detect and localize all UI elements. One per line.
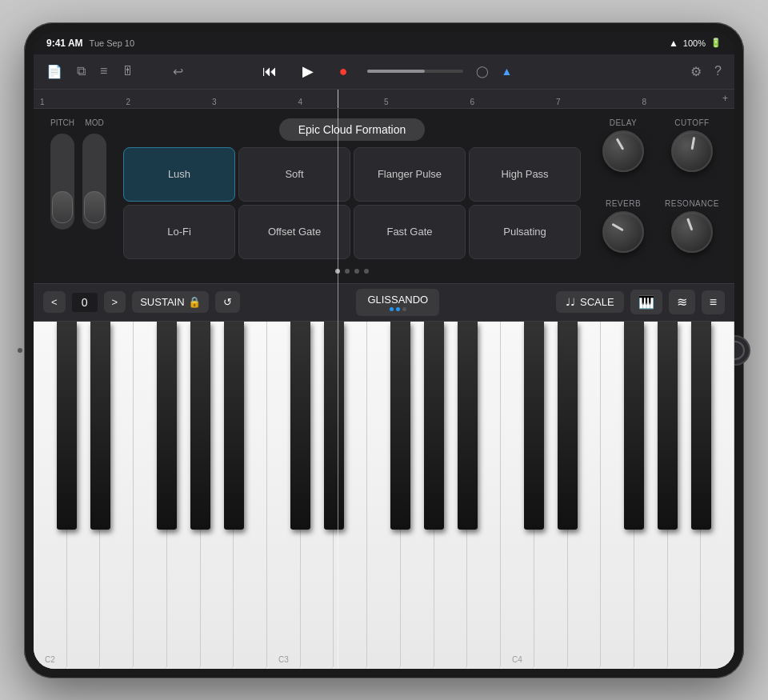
pitch-slider[interactable] bbox=[50, 134, 74, 230]
mod-slider[interactable] bbox=[82, 134, 106, 230]
page-dot-4[interactable] bbox=[364, 269, 369, 274]
pitch-thumb bbox=[52, 191, 73, 223]
ruler-mark-6: 6 bbox=[470, 90, 557, 108]
reverb-knob[interactable] bbox=[602, 211, 644, 253]
add-track-button[interactable]: + bbox=[722, 93, 728, 104]
black-key-0-3[interactable] bbox=[190, 322, 210, 530]
glissando-dot-3 bbox=[402, 307, 406, 311]
resonance-knob-wrapper: RESONANCE bbox=[662, 199, 722, 274]
pad-soft[interactable]: Soft bbox=[238, 147, 350, 202]
timeline-ruler: 1 2 3 4 5 6 7 8 + bbox=[34, 90, 734, 109]
sustain-button[interactable]: SUSTAIN 🔒 bbox=[132, 291, 208, 313]
black-key-0-0[interactable] bbox=[57, 322, 77, 530]
reverb-label: REVERB bbox=[606, 199, 641, 208]
black-key-1-1[interactable] bbox=[324, 322, 344, 530]
piano-icon: 🎹 bbox=[638, 295, 654, 309]
notes-button[interactable]: ≡ bbox=[702, 290, 725, 314]
mod-label: MOD bbox=[85, 118, 103, 127]
settings-button[interactable]: ⚙ bbox=[687, 61, 705, 82]
pad-lush[interactable]: Lush bbox=[123, 147, 235, 202]
black-key-2-1[interactable] bbox=[558, 322, 578, 530]
black-key-0-4[interactable] bbox=[224, 322, 244, 530]
timeline-progress[interactable] bbox=[367, 70, 463, 73]
black-key-1-4[interactable] bbox=[458, 322, 478, 530]
key-label-C4: C4 bbox=[512, 655, 522, 664]
page-dot-2[interactable] bbox=[345, 269, 350, 274]
pad-lo-fi[interactable]: Lo-Fi bbox=[123, 205, 235, 259]
tracks-icon[interactable]: ⧉ bbox=[74, 61, 89, 82]
page-dots bbox=[335, 269, 369, 274]
delay-knob[interactable] bbox=[602, 130, 644, 172]
pad-grid: Lush Soft Flanger Pulse High Pass Lo-Fi bbox=[123, 147, 581, 259]
wifi-icon: ▲ bbox=[669, 38, 678, 49]
rewind-button[interactable]: ⏮ bbox=[256, 60, 283, 83]
battery-icon: 🔋 bbox=[710, 38, 722, 48]
pad-flanger-pulse[interactable]: Flanger Pulse bbox=[354, 147, 466, 202]
ruler-marks: 1 2 3 4 5 6 7 8 bbox=[40, 90, 728, 108]
pad-offset-gate[interactable]: Offset Gate bbox=[238, 205, 350, 259]
mixer-icon[interactable]: 🎚 bbox=[118, 61, 138, 82]
pad-pulsating[interactable]: Pulsating bbox=[469, 205, 581, 259]
arpeggiator-button[interactable]: ≋ bbox=[669, 290, 695, 314]
delay-knob-wrapper: DELAY bbox=[594, 118, 653, 193]
ruler-mark-5: 5 bbox=[384, 90, 470, 108]
playhead-ruler bbox=[338, 90, 338, 108]
battery-label: 100% bbox=[683, 38, 706, 48]
black-key-2-2[interactable] bbox=[624, 322, 644, 530]
record-button[interactable]: ● bbox=[333, 60, 354, 83]
black-key-0-1[interactable] bbox=[90, 322, 110, 530]
play-button[interactable]: ▶ bbox=[296, 59, 320, 83]
prev-octave-button[interactable]: < bbox=[43, 291, 66, 313]
pad-high-pass[interactable]: High Pass bbox=[469, 147, 581, 202]
mod-thumb bbox=[84, 191, 105, 223]
next-octave-button[interactable]: > bbox=[104, 291, 126, 313]
ruler-mark-1: 1 bbox=[40, 90, 126, 108]
piano-keys[interactable]: C2C3C4 bbox=[34, 322, 734, 669]
glissando-dots bbox=[390, 307, 406, 311]
loop-icon[interactable]: ◯ bbox=[476, 65, 489, 78]
undo-button[interactable]: ↩ bbox=[170, 61, 186, 82]
key-label-C3: C3 bbox=[278, 655, 289, 664]
presets-section: Epic Cloud Formation Lush Soft Flanger P… bbox=[123, 118, 581, 274]
music-note-icon: ♩♩ bbox=[566, 296, 575, 308]
piano-section[interactable]: C2C3C4 bbox=[34, 322, 734, 669]
cutoff-knob[interactable] bbox=[671, 130, 713, 172]
arp-button[interactable]: ↺ bbox=[215, 291, 240, 313]
page-dot-3[interactable] bbox=[354, 269, 359, 274]
octave-display: 0 bbox=[72, 293, 98, 312]
ruler-mark-7: 7 bbox=[556, 90, 642, 108]
black-key-2-0[interactable] bbox=[524, 322, 544, 530]
resonance-label: RESONANCE bbox=[665, 199, 719, 208]
black-key-1-2[interactable] bbox=[390, 322, 410, 530]
metronome-icon[interactable]: ▲ bbox=[502, 65, 513, 78]
ruler-mark-8: 8 bbox=[642, 90, 729, 108]
cutoff-label: CUTOFF bbox=[674, 118, 709, 127]
scale-button[interactable]: ♩♩ SCALE bbox=[556, 291, 624, 313]
black-key-1-3[interactable] bbox=[424, 322, 444, 530]
list-icon[interactable]: ≡ bbox=[97, 61, 110, 82]
pitch-label: PITCH bbox=[50, 118, 74, 127]
instrument-area: PITCH MOD bbox=[34, 109, 734, 283]
black-key-2-4[interactable] bbox=[691, 322, 711, 530]
keyboard-view-button[interactable]: 🎹 bbox=[630, 290, 662, 314]
control-strip: < 0 > SUSTAIN 🔒 ↺ GLISSANDO bbox=[34, 283, 734, 322]
toolbar: 📄 ⧉ ≡ 🎚 ↩ ⏮ ▶ ● ◯ ▲ ⚙ ? bbox=[34, 54, 734, 90]
main-content: PITCH MOD bbox=[34, 109, 734, 669]
key-label-C2: C2 bbox=[45, 655, 55, 664]
playhead-main bbox=[338, 109, 338, 669]
status-time: 9:41 AM bbox=[46, 38, 83, 49]
ruler-mark-3: 3 bbox=[212, 90, 298, 108]
status-date: Tue Sep 10 bbox=[90, 38, 134, 48]
resonance-knob[interactable] bbox=[671, 211, 713, 253]
preset-name-banner: Epic Cloud Formation bbox=[279, 118, 426, 141]
help-button[interactable]: ? bbox=[711, 61, 725, 82]
black-key-0-2[interactable] bbox=[157, 322, 177, 530]
black-key-1-0[interactable] bbox=[290, 322, 310, 530]
pad-fast-gate[interactable]: Fast Gate bbox=[354, 205, 466, 259]
ruler-mark-4: 4 bbox=[298, 90, 385, 108]
black-key-2-3[interactable] bbox=[658, 322, 678, 530]
reverb-knob-wrapper: REVERB bbox=[594, 199, 653, 274]
pitch-mod-section: PITCH MOD bbox=[46, 118, 110, 274]
glissando-button[interactable]: GLISSANDO bbox=[356, 289, 439, 316]
new-file-icon[interactable]: 📄 bbox=[43, 61, 66, 82]
